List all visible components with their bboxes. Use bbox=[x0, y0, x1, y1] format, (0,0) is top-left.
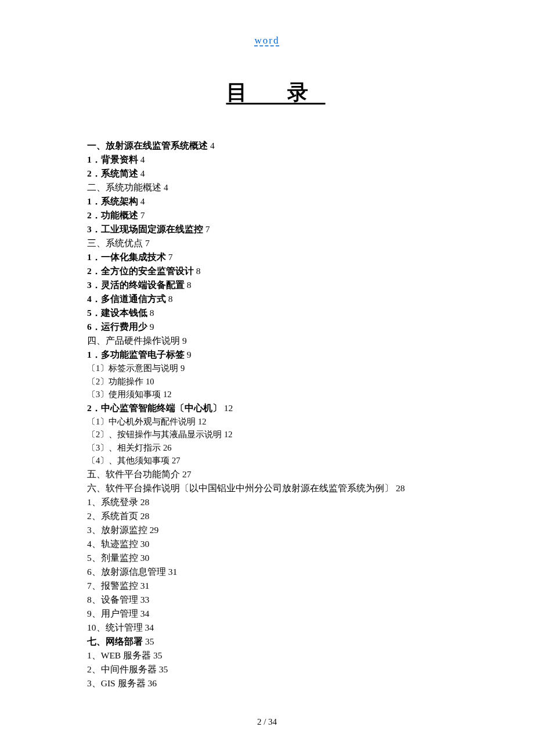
toc-entry[interactable]: 4．多信道通信方式 8 bbox=[87, 292, 447, 306]
toc-entry-text: 3．灵活的终端设备配置 bbox=[87, 280, 185, 290]
table-of-contents: 一、放射源在线监管系统概述 41．背景资料 42．系统简述 4二、系统功能概述 … bbox=[87, 139, 447, 690]
toc-entry-page: 27 bbox=[180, 469, 191, 479]
toc-entry[interactable]: 6、放射源信息管理 31 bbox=[87, 565, 447, 579]
toc-entry-text: 〔3〕、相关灯指示 bbox=[87, 443, 161, 452]
toc-entry-page: 33 bbox=[138, 595, 149, 604]
header-link[interactable]: word bbox=[87, 35, 447, 46]
toc-entry-page: 30 bbox=[138, 539, 149, 549]
toc-entry-page: 9 bbox=[147, 322, 154, 332]
toc-entry[interactable]: 五、软件平台功能简介 27 bbox=[87, 467, 447, 481]
toc-entry[interactable]: 5、剂量监控 30 bbox=[87, 551, 447, 565]
toc-entry-page: 35 bbox=[143, 636, 154, 646]
toc-entry[interactable]: 1．多功能监管电子标签 9 bbox=[87, 348, 447, 362]
toc-entry-text: 2、中间件服务器 bbox=[87, 664, 157, 674]
toc-entry-text: 2、系统首页 bbox=[87, 511, 138, 521]
toc-entry-page: 4 bbox=[138, 154, 145, 164]
toc-entry[interactable]: 〔3〕、相关灯指示 26 bbox=[87, 441, 447, 454]
toc-entry-page: 8 bbox=[147, 308, 154, 318]
toc-entry[interactable]: 7、报警监控 31 bbox=[87, 579, 447, 593]
toc-entry[interactable]: 9、用户管理 34 bbox=[87, 607, 447, 621]
toc-entry-page: 12 bbox=[222, 403, 233, 413]
toc-entry[interactable]: 〔2〕、按钮操作与其液晶显示说明 12 bbox=[87, 428, 447, 441]
toc-entry[interactable]: 1．背景资料 4 bbox=[87, 153, 447, 167]
toc-entry[interactable]: 1、WEB 服务器 35 bbox=[87, 649, 447, 663]
toc-entry-text: 7、报警监控 bbox=[87, 581, 138, 591]
toc-entry[interactable]: 1．一体化集成技术 7 bbox=[87, 250, 447, 264]
toc-entry-text: 3．工业现场固定源在线监控 bbox=[87, 224, 203, 234]
toc-entry-page: 9 bbox=[180, 336, 187, 345]
toc-entry[interactable]: 2、系统首页 28 bbox=[87, 509, 447, 523]
toc-entry[interactable]: 2．中心监管智能终端〔中心机〕 12 bbox=[87, 401, 447, 415]
page-title: 目 录 bbox=[87, 78, 447, 107]
toc-entry[interactable]: 3、放射源监控 29 bbox=[87, 523, 447, 537]
toc-entry-text: 9、用户管理 bbox=[87, 609, 138, 618]
toc-entry[interactable]: 6．运行费用少 9 bbox=[87, 320, 447, 334]
document-page: word 目 录 一、放射源在线监管系统概述 41．背景资料 42．系统简述 4… bbox=[0, 0, 534, 756]
toc-entry[interactable]: 2．功能概述 7 bbox=[87, 208, 447, 222]
toc-entry-page: 4 bbox=[161, 182, 168, 192]
toc-entry[interactable]: 3、GIS 服务器 36 bbox=[87, 676, 447, 690]
toc-entry[interactable]: 〔3〕使用须知事项 12 bbox=[87, 388, 447, 401]
toc-entry-text: 5、剂量监控 bbox=[87, 553, 138, 563]
toc-entry[interactable]: 〔2〕功能操作 10 bbox=[87, 375, 447, 388]
toc-entry[interactable]: 四、产品硬件操作说明 9 bbox=[87, 334, 447, 348]
toc-entry-page: 10 bbox=[143, 377, 154, 386]
toc-entry[interactable]: 〔4〕、其他须知事项 27 bbox=[87, 454, 447, 467]
toc-entry-page: 31 bbox=[138, 581, 149, 591]
toc-entry[interactable]: 3．工业现场固定源在线监控 7 bbox=[87, 222, 447, 236]
toc-entry-page: 4 bbox=[208, 141, 215, 150]
toc-entry[interactable]: 4、轨迹监控 30 bbox=[87, 537, 447, 551]
toc-entry-text: 2．全方位的安全监管设计 bbox=[87, 266, 194, 276]
toc-entry[interactable]: 六、软件平台操作说明〔以中国铝业中州分公司放射源在线监管系统为例〕 28 bbox=[87, 481, 447, 495]
toc-entry-text: 4．多信道通信方式 bbox=[87, 294, 166, 304]
toc-entry-text: 1、系统登录 bbox=[87, 497, 138, 507]
toc-entry-text: 2．中心监管智能终端〔中心机〕 bbox=[87, 403, 222, 413]
toc-entry-page: 7 bbox=[203, 224, 210, 234]
toc-entry[interactable]: 〔1〕标签示意图与说明 9 bbox=[87, 362, 447, 375]
toc-entry-page: 34 bbox=[143, 622, 154, 632]
toc-entry-page: 35 bbox=[157, 664, 168, 674]
toc-entry-text: 2．功能概述 bbox=[87, 210, 138, 220]
toc-entry-text: 一、放射源在线监管系统概述 bbox=[87, 141, 208, 150]
page-footer: 2 / 34 bbox=[0, 717, 534, 727]
toc-entry[interactable]: 一、放射源在线监管系统概述 4 bbox=[87, 139, 447, 153]
toc-entry-page: 8 bbox=[194, 266, 201, 276]
toc-entry[interactable]: 8、设备管理 33 bbox=[87, 593, 447, 607]
toc-entry[interactable]: 1、系统登录 28 bbox=[87, 495, 447, 509]
toc-entry[interactable]: 二、系统功能概述 4 bbox=[87, 181, 447, 195]
toc-entry-text: 六、软件平台操作说明〔以中国铝业中州分公司放射源在线监管系统为例〕 bbox=[87, 483, 394, 493]
toc-entry[interactable]: 3．灵活的终端设备配置 8 bbox=[87, 278, 447, 292]
toc-entry-text: 五、软件平台功能简介 bbox=[87, 469, 180, 479]
toc-entry-text: 1．一体化集成技术 bbox=[87, 252, 166, 262]
toc-entry-text: 〔2〕功能操作 bbox=[87, 377, 143, 386]
toc-entry-text: 〔4〕、其他须知事项 bbox=[87, 456, 169, 465]
toc-entry-page: 9 bbox=[178, 363, 185, 373]
toc-entry-page: 36 bbox=[146, 678, 157, 688]
toc-entry-text: 〔1〕中心机外观与配件说明 bbox=[87, 417, 196, 426]
toc-entry[interactable]: 10、统计管理 34 bbox=[87, 621, 447, 635]
toc-entry-page: 4 bbox=[138, 168, 145, 178]
toc-entry[interactable]: 〔1〕中心机外观与配件说明 12 bbox=[87, 415, 447, 428]
toc-entry[interactable]: 2、中间件服务器 35 bbox=[87, 663, 447, 676]
toc-entry-page: 4 bbox=[138, 196, 145, 206]
toc-entry[interactable]: 2．全方位的安全监管设计 8 bbox=[87, 264, 447, 278]
toc-entry-text: 5．建设本钱低 bbox=[87, 308, 147, 318]
toc-entry[interactable]: 5．建设本钱低 8 bbox=[87, 306, 447, 320]
toc-entry-page: 26 bbox=[161, 443, 171, 452]
toc-entry[interactable]: 三、系统优点 7 bbox=[87, 236, 447, 250]
toc-entry-page: 12 bbox=[222, 430, 232, 439]
toc-entry-page: 35 bbox=[151, 650, 162, 660]
toc-entry-text: 4、轨迹监控 bbox=[87, 539, 138, 549]
toc-entry-text: 三、系统优点 bbox=[87, 238, 143, 248]
toc-entry-page: 9 bbox=[185, 350, 192, 359]
toc-entry-text: 2．系统简述 bbox=[87, 168, 138, 178]
toc-entry[interactable]: 七、网络部署 35 bbox=[87, 635, 447, 649]
toc-entry-page: 27 bbox=[169, 456, 180, 465]
toc-entry-text: 四、产品硬件操作说明 bbox=[87, 336, 180, 345]
toc-entry-text: 10、统计管理 bbox=[87, 622, 143, 632]
toc-entry-text: 1、WEB 服务器 bbox=[87, 650, 151, 660]
toc-entry[interactable]: 1．系统架构 4 bbox=[87, 195, 447, 208]
toc-entry-page: 31 bbox=[166, 567, 177, 577]
toc-entry[interactable]: 2．系统简述 4 bbox=[87, 167, 447, 181]
toc-entry-page: 29 bbox=[147, 525, 158, 535]
